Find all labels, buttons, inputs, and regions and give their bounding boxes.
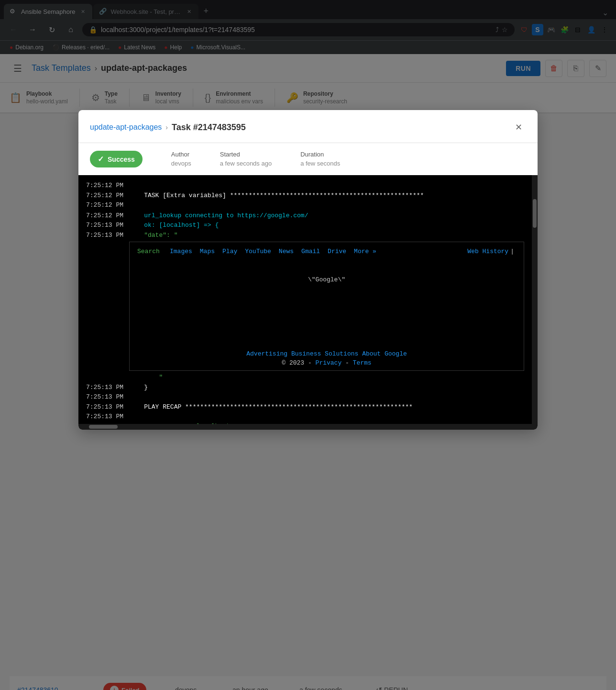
term-content-cyan: ok: [localhost] => {	[129, 221, 524, 230]
google-spacer	[130, 293, 524, 350]
google-logo-text: \"Google\"	[308, 276, 345, 283]
term-time: 7:25:13 PM	[86, 402, 129, 412]
terminal-line: 7:25:13 PM localhost : ok=3 changed=0 un…	[86, 412, 524, 424]
started-label: Started	[220, 151, 272, 158]
term-time	[86, 373, 129, 382]
terminal-line: 7:25:13 PM }	[86, 383, 524, 392]
term-time: 7:25:12 PM	[86, 191, 129, 200]
google-more-link[interactable]: More »	[354, 248, 376, 255]
modal-meta: ✓ Success Author devops Started a few se…	[78, 143, 538, 175]
google-logo-container: \"Google\"	[130, 257, 524, 293]
google-drive-link[interactable]: Drive	[328, 248, 346, 255]
term-time: 7:25:13 PM	[86, 392, 129, 402]
terminal-line: 7:25:13 PM ok: [localhost] => {	[86, 221, 524, 230]
horizontal-scrollbar[interactable]	[78, 424, 538, 430]
terminal-line: 7:25:13 PM PLAY RECAP ******************…	[86, 402, 524, 412]
term-time: 7:25:13 PM	[86, 412, 129, 424]
google-maps-link[interactable]: Maps	[200, 248, 215, 255]
term-time: 7:25:13 PM	[86, 221, 129, 230]
term-content-green: "date": "	[129, 231, 524, 240]
google-advertising-link[interactable]: Advertising	[246, 350, 287, 357]
modal-title-area: update-apt-packages › Task #2147483595	[90, 122, 246, 133]
term-content: PLAY RECAP *****************************…	[129, 402, 524, 412]
duration-label: Duration	[300, 151, 340, 158]
status-text: Success	[108, 156, 135, 163]
modal-breadcrumb-sep: ›	[165, 123, 168, 131]
modal-overlay[interactable]: update-apt-packages › Task #2147483595 ✕…	[0, 0, 616, 690]
terminal-line: 7:25:13 PM "date": "	[86, 231, 524, 240]
success-icon: ✓	[98, 155, 104, 164]
term-time: 7:25:12 PM	[86, 181, 129, 190]
google-gmail-link[interactable]: Gmail	[301, 248, 320, 255]
google-play-link[interactable]: Play	[222, 248, 237, 255]
term-content-green: "	[129, 373, 524, 382]
terminal-area: 7:25:12 PM 7:25:12 PM TASK [Extra variab…	[78, 175, 538, 430]
google-search-label: Search	[137, 248, 166, 255]
terminal-output[interactable]: 7:25:12 PM 7:25:12 PM TASK [Extra variab…	[78, 175, 532, 424]
terminal-line: 7:25:12 PM TASK [Extra variables] ******…	[86, 191, 524, 200]
success-status-badge: ✓ Success	[90, 151, 143, 167]
term-time: 7:25:12 PM	[86, 200, 129, 210]
term-content	[129, 181, 524, 190]
terminal-line: "	[86, 373, 524, 382]
google-footer-links: Advertising Business Solutions About Goo…	[130, 350, 524, 357]
google-privacy-link[interactable]: Privacy	[316, 359, 342, 367]
duration-value: a few seconds	[300, 160, 340, 167]
term-time: 7:25:13 PM	[86, 383, 129, 392]
google-footer: Advertising Business Solutions About Goo…	[130, 350, 524, 367]
terminal-line: 7:25:12 PM	[86, 181, 524, 190]
localhost-text: localhost :	[181, 423, 241, 424]
terminal-line: 7:25:12 PM	[86, 200, 524, 210]
google-business-link[interactable]: Business Solutions	[291, 350, 358, 357]
google-footer-copyright: © 2023 - Privacy - Terms	[130, 359, 524, 367]
term-content	[129, 392, 524, 402]
terminal-with-scrollbar: 7:25:12 PM 7:25:12 PM TASK [Extra variab…	[78, 175, 538, 424]
term-content-cyan: url_lookup connecting to https://google.…	[129, 211, 524, 221]
term-time: 7:25:13 PM	[86, 231, 129, 240]
term-content: }	[129, 383, 524, 392]
modal-close-button[interactable]: ✕	[511, 120, 526, 135]
term-time: 7:25:12 PM	[86, 211, 129, 221]
author-label: Author	[171, 151, 191, 158]
modal-breadcrumb-current: Task #2147483595	[172, 122, 246, 133]
started-value: a few seconds ago	[220, 160, 272, 167]
modal-header: update-apt-packages › Task #2147483595 ✕	[78, 110, 538, 143]
google-news-link[interactable]: News	[279, 248, 294, 255]
modal-breadcrumb-parent[interactable]: update-apt-packages	[90, 123, 162, 132]
duration-meta: Duration a few seconds	[300, 151, 340, 167]
vertical-scrollbar[interactable]	[532, 175, 538, 424]
term-content	[129, 200, 524, 210]
started-meta: Started a few seconds ago	[220, 151, 272, 167]
footer-dash1: -	[345, 359, 353, 367]
google-youtube-link[interactable]: YouTube	[245, 248, 271, 255]
terminal-line: 7:25:12 PM url_lookup connecting to http…	[86, 211, 524, 221]
terminal-line: 7:25:13 PM	[86, 392, 524, 402]
modal-dialog: update-apt-packages › Task #2147483595 ✕…	[78, 110, 538, 430]
google-terms-link[interactable]: Terms	[353, 359, 372, 367]
google-embed: Search Images Maps Play YouTube News Gma…	[129, 242, 524, 371]
google-about-link[interactable]: About Google	[362, 350, 407, 357]
copyright-year: © 2023 -	[282, 359, 315, 367]
google-images-link[interactable]: Images	[170, 248, 192, 255]
author-meta: Author devops	[171, 151, 191, 167]
scrollbar-thumb[interactable]	[533, 199, 537, 228]
google-search-row: Search Images Maps Play YouTube News Gma…	[130, 246, 524, 257]
h-scrollbar-thumb[interactable]	[89, 425, 118, 429]
author-value: devops	[171, 160, 191, 167]
term-content: localhost : ok=3 changed=0 unreachable=0…	[129, 412, 524, 424]
term-content: TASK [Extra variables] *****************…	[129, 191, 524, 200]
google-web-history-link[interactable]: Web History	[467, 248, 508, 255]
google-pipe-sep: |	[510, 248, 514, 255]
